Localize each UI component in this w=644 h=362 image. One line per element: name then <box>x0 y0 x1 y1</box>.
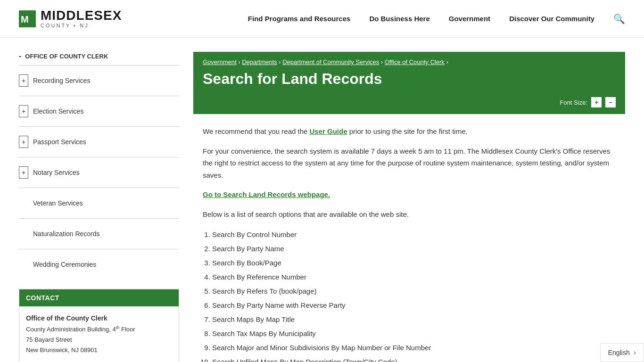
list-item: + Notary Services <box>19 157 179 188</box>
breadcrumb-community-services[interactable]: Department of Community Services <box>282 58 379 66</box>
intro-p1-suffix: prior to using the site for the first ti… <box>347 127 468 135</box>
plus-icon: + <box>19 166 28 179</box>
svg-text:M: M <box>21 14 29 25</box>
sidebar-item-recording[interactable]: + Recording Services <box>19 66 179 96</box>
content-body: We recommend that you read the User Guid… <box>193 114 625 362</box>
search-options-list: Search By Control NumberSearch By Party … <box>212 228 616 362</box>
nav-programs[interactable]: Find Programs and Resources <box>248 15 351 23</box>
sidebar-label-election: Election Services <box>33 102 83 121</box>
sidebar-item-naturalization[interactable]: Naturalization Records <box>19 219 179 249</box>
land-records-link-paragraph: Go to Search Land Records webpage. <box>203 189 616 201</box>
plus-icon: + <box>19 74 28 87</box>
breadcrumb-sep1: › <box>238 58 242 66</box>
intro-paragraph1: We recommend that you read the User Guid… <box>203 125 616 138</box>
site-header: M MIDDLESEX COUNTY • NJ Find Programs an… <box>0 0 644 38</box>
dash-icon: - <box>19 52 21 60</box>
language-label: English <box>608 349 630 356</box>
page-banner: Government › Departments › Department of… <box>193 52 625 114</box>
main-content: Government › Departments › Department of… <box>193 52 625 362</box>
nav-business[interactable]: Do Business Here <box>369 15 429 23</box>
address-line3: New Brunswick, NJ 08901 <box>26 345 172 355</box>
search-icon[interactable]: 🔍 <box>613 13 625 25</box>
logo-text: MIDDLESEX COUNTY • NJ <box>41 9 122 28</box>
sidebar-label-recording: Recording Services <box>33 71 90 90</box>
search-option-item: Search By Book/Page <box>212 256 616 270</box>
land-records-link[interactable]: Go to Search Land Records webpage. <box>203 190 330 198</box>
breadcrumb-departments[interactable]: Departments <box>242 58 277 66</box>
list-item: Veteran Services <box>19 188 179 218</box>
contact-box: CONTACT Office of the County Clerk Count… <box>19 289 179 362</box>
intro-paragraph3: Below is a list of search options that a… <box>203 208 616 221</box>
nav-community[interactable]: Discover Our Community <box>509 15 594 23</box>
sidebar-section-title: - OFFICE OF COUNTY CLERK <box>19 52 179 65</box>
font-size-bar: Font Size: + – <box>193 97 625 114</box>
page-title: Search for Land Records <box>203 70 616 88</box>
page-body: - OFFICE OF COUNTY CLERK + Recording Ser… <box>0 38 644 362</box>
logo-county: COUNTY • NJ <box>41 23 122 28</box>
search-option-item: Search Tax Maps By Municipality <box>212 327 616 341</box>
sidebar-item-notary[interactable]: + Notary Services <box>19 157 179 188</box>
font-size-label: Font Size: <box>560 99 587 106</box>
sidebar-item-veteran[interactable]: Veteran Services <box>19 188 179 218</box>
breadcrumb-clerk[interactable]: Office of County Clerk <box>385 58 445 66</box>
nav-government[interactable]: Government <box>449 15 490 23</box>
contact-body: Office of the County Clerk County Admini… <box>19 306 179 362</box>
search-option-item: Search Unfiled Maps By Map Description (… <box>212 355 616 362</box>
list-item: Naturalization Records <box>19 218 179 249</box>
breadcrumb-sep2: › <box>279 58 282 66</box>
search-option-item: Search By Party Name with Reverse Party <box>212 298 616 313</box>
search-option-item: Search By Control Number <box>212 228 616 242</box>
sidebar-item-passport[interactable]: + Passport Services <box>19 127 179 157</box>
contact-header: CONTACT <box>19 289 179 306</box>
logo-area: M MIDDLESEX COUNTY • NJ <box>19 9 122 28</box>
search-option-item: Search By Party Name <box>212 242 616 256</box>
intro-paragraph2: For your convenience, the search system … <box>203 145 616 181</box>
breadcrumb-government[interactable]: Government <box>203 58 237 66</box>
list-item: Wedding Ceremonies <box>19 249 179 280</box>
user-guide-link[interactable]: User Guide <box>310 127 347 135</box>
intro-p1-prefix: We recommend that you read the <box>203 127 310 135</box>
logo-m: M <box>41 8 52 23</box>
search-option-item: Search Maps By Map Title <box>212 313 616 327</box>
logo-name: MIDDLESEX <box>41 9 122 22</box>
sidebar-label-notary: Notary Services <box>33 163 80 182</box>
search-option-item: Search By Refers To (book/page) <box>212 284 616 298</box>
breadcrumb: Government › Departments › Department of… <box>193 52 625 66</box>
list-item: + Election Services <box>19 96 179 126</box>
plus-icon: + <box>19 136 28 148</box>
page-title-bar: Search for Land Records <box>193 66 625 97</box>
sidebar-label-passport: Passport Services <box>33 132 86 151</box>
search-option-item: Search Major and Minor Subdivisions By M… <box>212 341 616 355</box>
address-line2: 75 Bayard Street <box>26 335 172 345</box>
office-name: Office of the County Clerk <box>26 313 172 324</box>
search-option-item: Search By Reference Number <box>212 270 616 284</box>
sidebar: - OFFICE OF COUNTY CLERK + Recording Ser… <box>19 52 179 362</box>
sidebar-item-election[interactable]: + Election Services <box>19 96 179 126</box>
sidebar-item-wedding[interactable]: Wedding Ceremonies <box>19 249 179 280</box>
logo-rest: IDDLESEX <box>52 8 122 23</box>
sidebar-label-wedding: Wedding Ceremonies <box>33 255 96 274</box>
chevron-right-icon: › <box>634 348 636 357</box>
sidebar-title-text: OFFICE OF COUNTY CLERK <box>25 53 108 60</box>
plus-icon: + <box>19 105 28 117</box>
list-item: + Passport Services <box>19 126 179 157</box>
language-bar[interactable]: English › <box>600 343 644 362</box>
address-line1: County Administration Building, 4th Floo… <box>26 324 172 335</box>
logo-icon: M <box>19 10 36 27</box>
main-nav: Find Programs and Resources Do Business … <box>248 13 625 25</box>
sidebar-label-naturalization: Naturalization Records <box>33 224 100 243</box>
list-item: + Recording Services <box>19 65 179 96</box>
font-increase-button[interactable]: + <box>591 97 602 107</box>
breadcrumb-sep4: › <box>446 58 448 66</box>
font-decrease-button[interactable]: – <box>605 97 616 107</box>
sidebar-label-veteran: Veteran Services <box>33 194 83 213</box>
breadcrumb-sep3: › <box>381 58 385 66</box>
sidebar-menu: + Recording Services + Election Services… <box>19 65 179 280</box>
